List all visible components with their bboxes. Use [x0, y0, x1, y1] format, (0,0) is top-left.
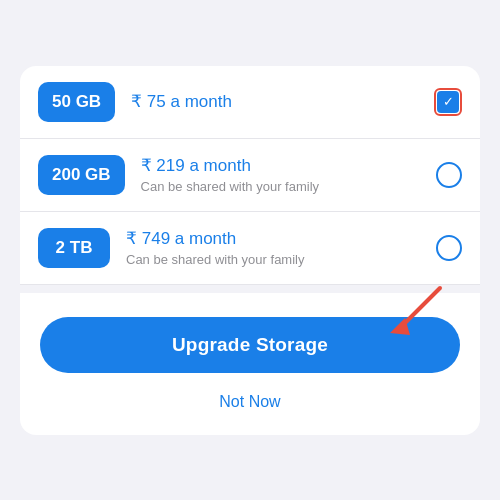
plan-row-2tb[interactable]: 2 TB ₹ 749 a month Can be shared with yo… [20, 212, 480, 285]
upgrade-storage-button[interactable]: Upgrade Storage [40, 317, 460, 373]
plan-info-200gb: ₹ 219 a month Can be shared with your fa… [141, 155, 424, 194]
section-divider [20, 285, 480, 293]
not-now-button[interactable]: Not Now [215, 389, 284, 415]
actions-section: Upgrade Storage Not Now [20, 293, 480, 435]
plan-subtitle-200gb: Can be shared with your family [141, 179, 424, 194]
plan-badge-200gb: 200 GB [38, 155, 125, 195]
checkmark-icon: ✓ [437, 91, 459, 113]
plan-badge-2tb: 2 TB [38, 228, 110, 268]
radio-50gb[interactable]: ✓ [434, 88, 462, 116]
plan-info-50gb: ₹ 75 a month [131, 91, 422, 112]
plan-row-50gb[interactable]: 50 GB ₹ 75 a month ✓ [20, 66, 480, 139]
radio-2tb[interactable] [436, 235, 462, 261]
radio-unselected-indicator [436, 162, 462, 188]
plan-price-2tb: ₹ 749 a month [126, 228, 424, 249]
plan-badge-50gb: 50 GB [38, 82, 115, 122]
radio-unselected-indicator-2tb [436, 235, 462, 261]
plan-subtitle-2tb: Can be shared with your family [126, 252, 424, 267]
plan-row-200gb[interactable]: 200 GB ₹ 219 a month Can be shared with … [20, 139, 480, 212]
radio-selected-indicator: ✓ [434, 88, 462, 116]
radio-200gb[interactable] [436, 162, 462, 188]
plan-price-50gb: ₹ 75 a month [131, 91, 422, 112]
storage-plan-card: 50 GB ₹ 75 a month ✓ 200 GB ₹ 219 a mont… [20, 66, 480, 435]
plan-info-2tb: ₹ 749 a month Can be shared with your fa… [126, 228, 424, 267]
plan-price-200gb: ₹ 219 a month [141, 155, 424, 176]
